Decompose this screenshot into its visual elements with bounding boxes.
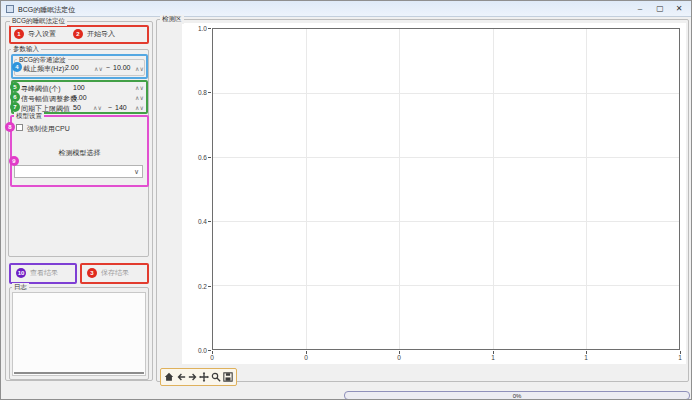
step-badge-10: 10 xyxy=(16,268,26,278)
save-icon[interactable] xyxy=(223,372,233,382)
x-tick-label: 1 xyxy=(576,354,596,361)
x-tick-label: 0 xyxy=(296,354,316,361)
gridline xyxy=(213,157,679,158)
x-tick-label: 1 xyxy=(670,354,690,361)
y-tick xyxy=(208,286,211,287)
titlebar: BCG的睡眠法定位 – ▢ ✕ xyxy=(1,1,691,17)
app-icon xyxy=(6,5,14,13)
y-tick-label: 0.6 xyxy=(189,154,207,161)
y-tick-label: 0.4 xyxy=(189,218,207,225)
maximize-button[interactable]: ▢ xyxy=(651,2,669,15)
x-tick-label: 0 xyxy=(202,354,222,361)
step-badge-8: 8 xyxy=(5,122,15,132)
y-tick-label: 0.8 xyxy=(189,89,207,96)
left-main-group-label: BCG的睡眠法定位 xyxy=(10,17,67,26)
param-group-label: 参数输入 xyxy=(11,45,41,54)
bandpass-group-label: BCG的带通滤波 xyxy=(17,56,68,65)
y-tick xyxy=(208,28,211,29)
x-tick-label: 1 xyxy=(483,354,503,361)
pan-icon[interactable] xyxy=(199,372,209,382)
y-tick xyxy=(208,221,211,222)
back-icon[interactable] xyxy=(176,372,186,382)
y-tick xyxy=(208,350,211,351)
step-badge-7: 7 xyxy=(10,102,20,112)
annotation-box-params xyxy=(11,80,148,114)
gridline xyxy=(399,29,400,349)
step-badge-2: 2 xyxy=(73,29,83,39)
zoom-icon[interactable] xyxy=(211,372,221,382)
detection-group-label: 检测区 xyxy=(160,15,184,24)
plot-axes[interactable] xyxy=(212,28,680,350)
log-group-label: 日志 xyxy=(12,283,29,292)
gridline xyxy=(213,93,679,94)
y-tick xyxy=(208,92,211,93)
step-badge-5: 5 xyxy=(10,82,20,92)
step-badge-9: 9 xyxy=(9,156,19,166)
minimize-button[interactable]: – xyxy=(631,2,649,15)
annotation-box-model xyxy=(10,115,149,187)
gridline xyxy=(213,285,679,286)
gridline xyxy=(213,221,679,222)
gridline xyxy=(493,29,494,349)
close-button[interactable]: ✕ xyxy=(670,2,688,15)
x-tick-label: 0 xyxy=(389,354,409,361)
step-badge-6: 6 xyxy=(10,92,20,102)
window-title: BCG的睡眠法定位 xyxy=(18,5,75,15)
y-tick-label: 0.2 xyxy=(189,283,207,290)
y-tick-label: 1.0 xyxy=(189,25,207,32)
plot-toolbar xyxy=(160,368,237,386)
home-icon[interactable] xyxy=(164,372,174,382)
progress-label: 0% xyxy=(513,393,522,399)
y-tick-label: 0.0 xyxy=(189,347,207,354)
progress-bar: 0% xyxy=(344,391,690,400)
step-badge-4: 4 xyxy=(12,62,22,72)
model-group-label: 模型设置 xyxy=(14,112,44,121)
forward-icon[interactable] xyxy=(188,372,198,382)
log-horizontal-scrollbar[interactable] xyxy=(14,372,144,374)
log-list[interactable] xyxy=(12,292,146,376)
step-badge-3: 3 xyxy=(87,268,97,278)
step-badge-1: 1 xyxy=(14,29,24,39)
y-tick xyxy=(208,157,211,158)
gridline xyxy=(306,29,307,349)
app-window: BCG的睡眠法定位 – ▢ ✕ BCG的睡眠法定位 1 导入设置 2 开始导入 … xyxy=(0,0,692,400)
gridline xyxy=(586,29,587,349)
